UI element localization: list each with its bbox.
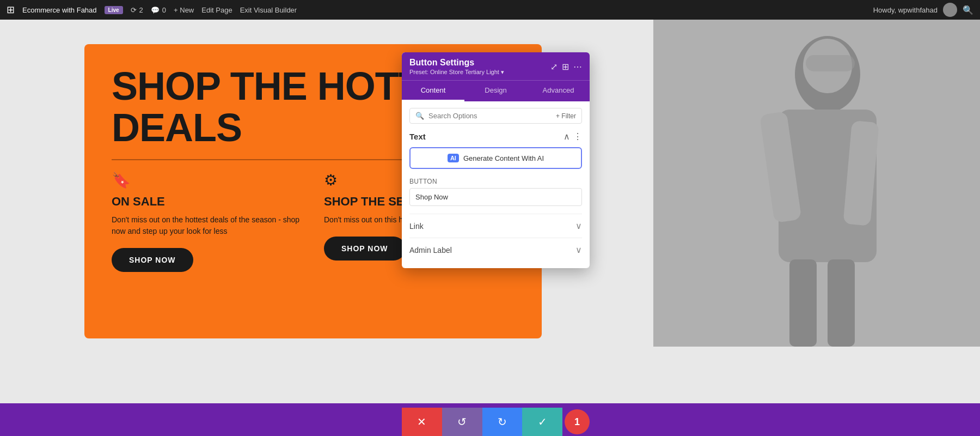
admin-label: Admin Label — [409, 246, 452, 255]
redo-button[interactable]: ↻ — [482, 408, 523, 436]
tab-design[interactable]: Design — [464, 81, 527, 101]
action-bar: ✕ ↺ ↻ ✓ 1 — [402, 408, 590, 436]
settings-panel: Button Settings Preset: Online Store Ter… — [402, 52, 590, 268]
admin-label-field[interactable]: Admin Label ∨ — [409, 238, 582, 262]
link-label: Link — [409, 222, 424, 231]
admin-bar-right: Howdy, wpwithfahad 🔍 — [873, 3, 973, 17]
search-icon[interactable]: 🔍 — [963, 5, 973, 15]
site-name[interactable]: Ecommerce with Fahad — [22, 6, 97, 14]
revisions-icon: ⟳ — [131, 6, 137, 14]
chevron-down-icon: ∨ — [575, 221, 582, 231]
admin-bar: ⊞ Ecommerce with Fahad Live ⟳ 2 💬 0 + Ne… — [0, 0, 980, 20]
card-title-1: ON SALE — [112, 195, 302, 209]
panel-tabs: Content Design Advanced — [402, 80, 590, 101]
undo-button[interactable]: ↺ — [442, 408, 482, 436]
bookmark-icon: 🔖 — [112, 171, 302, 189]
cancel-button[interactable]: ✕ — [402, 408, 442, 436]
howdy-text: Howdy, wpwithfahad — [873, 6, 938, 14]
ai-generate-button[interactable]: AI Generate Content With AI — [409, 147, 582, 169]
panel-header: Button Settings Preset: Online Store Ter… — [402, 52, 590, 80]
redo-icon: ↻ — [498, 415, 507, 428]
section-more-button[interactable]: ⋮ — [573, 131, 582, 142]
confirm-button[interactable]: ✓ — [522, 408, 562, 436]
grid-icon[interactable]: ⊞ — [562, 62, 569, 72]
chevron-down-icon-2: ∨ — [575, 245, 582, 255]
tab-content[interactable]: Content — [402, 81, 464, 101]
photo-section — [653, 20, 980, 347]
svg-rect-5 — [789, 259, 817, 347]
woman-image — [653, 20, 980, 347]
comments-link[interactable]: 💬 0 — [151, 6, 166, 14]
search-options-input[interactable] — [428, 112, 552, 120]
exit-builder-link[interactable]: Exit Visual Builder — [240, 6, 297, 14]
section-icons: ∧ ⋮ — [564, 131, 582, 142]
button-text-input[interactable] — [409, 188, 582, 206]
undo-icon: ↺ — [457, 415, 467, 428]
link-field[interactable]: Link ∨ — [409, 214, 582, 238]
new-link[interactable]: + New — [174, 6, 194, 14]
page-content: SHOP THE HOTTEDEALS 🔖 ON SALE Don't miss… — [0, 20, 980, 436]
text-section-header: Text ∧ ⋮ — [409, 131, 582, 142]
comment-icon: 💬 — [151, 6, 160, 14]
search-icon-panel: 🔍 — [415, 112, 424, 120]
ai-icon: AI — [448, 154, 459, 162]
panel-title: Button Settings — [409, 58, 504, 68]
ai-generate-label: Generate Content With AI — [463, 154, 544, 162]
panel-header-icons: ⤢ ⊞ ⋯ — [550, 62, 582, 72]
cancel-icon: ✕ — [417, 415, 426, 428]
revisions-link[interactable]: ⟳ 2 — [131, 6, 143, 14]
card-desc-1: Don't miss out on the hottest deals of t… — [112, 214, 302, 237]
shop-now-button-1[interactable]: SHOP NOW — [112, 248, 193, 272]
expand-icon[interactable]: ⤢ — [550, 62, 558, 72]
edit-page-link[interactable]: Edit Page — [201, 6, 232, 14]
card-on-sale: 🔖 ON SALE Don't miss out on the hottest … — [112, 171, 302, 272]
wp-logo-icon[interactable]: ⊞ — [7, 4, 15, 16]
confirm-icon: ✓ — [538, 415, 547, 428]
text-section-title: Text — [409, 132, 426, 141]
collapse-button[interactable]: ∧ — [564, 131, 570, 142]
panel-preset[interactable]: Preset: Online Store Tertiary Light ▾ — [409, 69, 504, 76]
panel-body: 🔍 + Filter Text ∧ ⋮ AI Generate Content … — [402, 101, 590, 268]
svg-rect-6 — [828, 259, 855, 347]
shop-now-button-2[interactable]: SHOP NOW — [324, 237, 406, 261]
button-field-label: Button — [409, 178, 582, 185]
live-badge: Live — [105, 6, 123, 14]
search-bar: 🔍 + Filter — [409, 108, 582, 124]
tab-advanced[interactable]: Advanced — [527, 81, 590, 101]
avatar[interactable] — [943, 3, 957, 17]
svg-rect-8 — [806, 55, 855, 71]
notification-badge[interactable]: 1 — [565, 409, 590, 434]
admin-bar-left: ⊞ Ecommerce with Fahad Live ⟳ 2 💬 0 + Ne… — [7, 4, 865, 16]
filter-button[interactable]: + Filter — [556, 112, 576, 120]
more-options-icon[interactable]: ⋯ — [573, 62, 582, 72]
